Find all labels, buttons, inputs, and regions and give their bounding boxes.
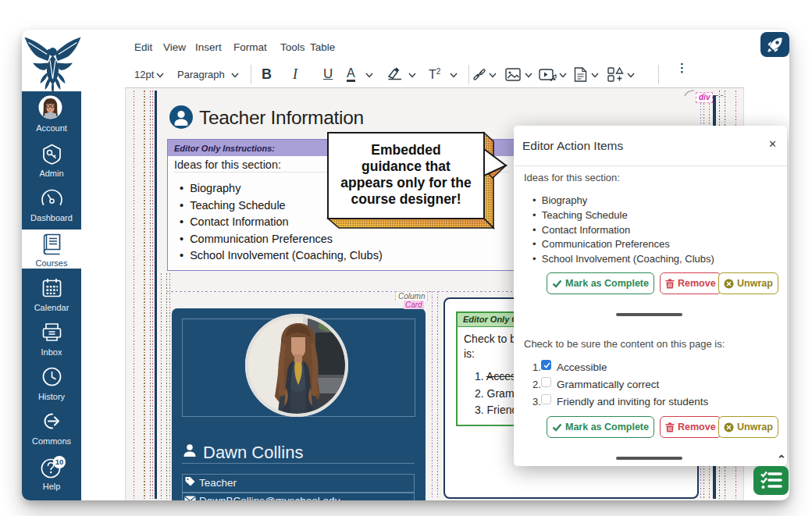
svg-text:10: 10 (55, 457, 64, 466)
